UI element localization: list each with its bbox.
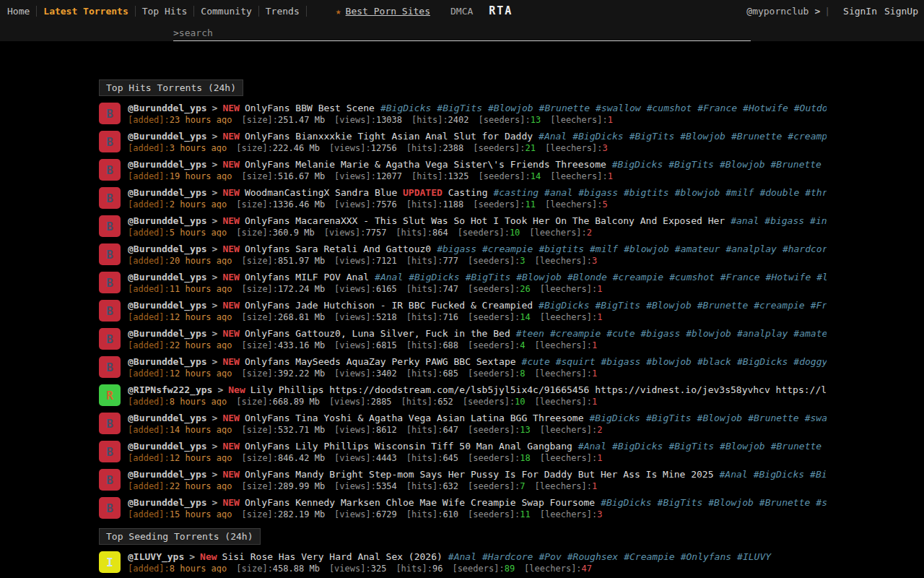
- tag-link[interactable]: #Blowjob: [680, 131, 725, 142]
- tag-link[interactable]: #BigTits: [646, 413, 692, 423]
- tag-link[interactable]: #BigTits: [596, 300, 641, 311]
- tag-link[interactable]: #squirt: [556, 356, 596, 367]
- tag-link[interactable]: #BigDicks: [601, 497, 651, 508]
- torrent-title[interactable]: OnlyFans Lily Phillips Wisconsin Tiff 50…: [245, 441, 572, 452]
- torrent-title[interactable]: OnlyFans Gattouz0, Luna Silver, Fuck in …: [245, 328, 510, 339]
- torrent-title[interactable]: Sisi Rose Has Very Hard Anal Sex (2026): [222, 551, 443, 562]
- torrent-user[interactable]: @Burunddel_yps: [128, 497, 207, 508]
- avatar[interactable]: B: [99, 328, 121, 350]
- tag-link[interactable]: #bigass: [764, 215, 804, 226]
- tag-link[interactable]: #Brunette: [748, 413, 798, 423]
- tag-link[interactable]: #bigass: [601, 356, 641, 367]
- tag-link[interactable]: #bigtits: [624, 187, 669, 198]
- tag-link[interactable]: #analplay: [725, 243, 776, 254]
- tag-link[interactable]: #France: [720, 272, 760, 282]
- torrent-title[interactable]: OnlyFans Jade Hutchison - IR BBC Fucked …: [245, 300, 533, 311]
- tag-link[interactable]: #hardcore: [783, 243, 827, 254]
- tag-link[interactable]: #milf: [725, 187, 754, 198]
- tag-link[interactable]: #Brunette: [697, 300, 748, 311]
- dmca-link[interactable]: DMCA: [450, 6, 473, 17]
- avatar[interactable]: R: [99, 384, 121, 406]
- avatar[interactable]: B: [99, 413, 121, 434]
- tag-link[interactable]: #France: [697, 103, 737, 113]
- tag-link[interactable]: #BigTits: [668, 441, 714, 452]
- tag-link[interactable]: #doggystyle: [793, 356, 827, 367]
- best-sites-link[interactable]: ★ Best Porn Sites: [336, 6, 430, 17]
- tag-link[interactable]: #swallow: [596, 103, 641, 113]
- tag-link[interactable]: #BigDicks: [409, 272, 459, 282]
- tag-link[interactable]: #BigDicks: [572, 131, 623, 142]
- torrent-user[interactable]: @Burunddel_yps: [128, 469, 207, 480]
- tag-link[interactable]: #Blowjob: [720, 159, 765, 170]
- tag-link[interactable]: #Creampie: [624, 551, 674, 562]
- tag-link[interactable]: #cute: [606, 328, 635, 339]
- tag-link[interactable]: #BigDicks: [612, 159, 663, 170]
- torrent-user[interactable]: @Burunddel_yps: [128, 413, 207, 423]
- tag-link[interactable]: #BigTits: [629, 131, 675, 142]
- tag-link[interactable]: #Pov: [539, 551, 561, 562]
- tag-link[interactable]: #Hotwife: [743, 103, 788, 113]
- tag-link[interactable]: #BigTits: [810, 469, 827, 480]
- tag-link[interactable]: #swallow: [805, 413, 827, 423]
- nav-item-home[interactable]: Home: [6, 6, 37, 17]
- nav-item-community[interactable]: Community: [194, 6, 258, 17]
- tag-link[interactable]: #anal: [731, 215, 759, 226]
- signin-link[interactable]: SignIn: [843, 6, 877, 17]
- avatar[interactable]: I: [99, 551, 121, 573]
- tag-link[interactable]: #lingeri…: [816, 272, 827, 282]
- torrent-title[interactable]: Lily Phillips https://doodstream.com/e/l…: [250, 384, 827, 395]
- nav-item-top-hits[interactable]: Top Hits: [136, 6, 195, 17]
- tag-link[interactable]: #BigDicks: [754, 469, 804, 480]
- tag-link[interactable]: #BigTits: [658, 497, 703, 508]
- tag-link[interactable]: #BigDicks: [590, 413, 640, 423]
- tag-link[interactable]: #Roughsex: [567, 551, 618, 562]
- torrent-user[interactable]: @Burunddel_yps: [128, 103, 207, 113]
- tag-link[interactable]: #blowjob: [686, 328, 731, 339]
- tag-link[interactable]: #Brunette: [731, 131, 782, 142]
- avatar[interactable]: B: [99, 497, 121, 519]
- tag-link[interactable]: #milf: [590, 243, 618, 254]
- tag-link[interactable]: #BigTits: [668, 159, 714, 170]
- avatar[interactable]: B: [99, 243, 121, 265]
- tag-link[interactable]: #blowjob: [624, 243, 669, 254]
- torrent-user[interactable]: @Burunddel_yps: [128, 131, 207, 142]
- best-sites-label[interactable]: Best Porn Sites: [346, 6, 430, 17]
- torrent-title[interactable]: OnlyFans Melanie Marie & Agatha Vega Sis…: [245, 159, 606, 170]
- search-input[interactable]: [179, 26, 751, 40]
- avatar[interactable]: B: [99, 441, 121, 462]
- avatar[interactable]: B: [99, 356, 121, 378]
- avatar[interactable]: B: [99, 272, 121, 293]
- tag-link[interactable]: #amateur: [675, 243, 720, 254]
- avatar[interactable]: B: [99, 103, 121, 124]
- tag-link[interactable]: #anal: [544, 187, 572, 198]
- tag-link[interactable]: #Anal: [720, 469, 748, 480]
- torrent-user[interactable]: @Burunddel_yps: [128, 159, 207, 170]
- tag-link[interactable]: #cumshot: [669, 272, 715, 282]
- tag-link[interactable]: #threesome…: [805, 187, 827, 198]
- tag-link[interactable]: #creampie: [550, 328, 601, 339]
- torrent-user[interactable]: @Burunddel_yps: [128, 215, 207, 226]
- avatar[interactable]: B: [99, 469, 121, 491]
- tag-link[interactable]: #Blonde: [567, 272, 607, 282]
- torrent-user[interactable]: @Burunddel_yps: [128, 300, 207, 311]
- torrent-title-highlight[interactable]: UPDATED: [403, 187, 443, 198]
- tag-link[interactable]: #Anal: [375, 272, 403, 282]
- torrent-user[interactable]: @Burunddel_yps: [128, 187, 207, 198]
- tag-link[interactable]: #BigTits: [466, 272, 511, 282]
- account-link[interactable]: @mypornclub: [746, 6, 808, 17]
- tag-link[interactable]: #France: [811, 300, 827, 311]
- torrent-user[interactable]: @RIPNsfw222_yps: [128, 384, 212, 395]
- tag-link[interactable]: #Brunette: [771, 159, 821, 170]
- avatar[interactable]: B: [99, 131, 121, 152]
- tag-link[interactable]: #BigDicks: [737, 356, 788, 367]
- signup-link[interactable]: SignUp: [884, 6, 918, 17]
- tag-link[interactable]: #Hardcore: [482, 551, 533, 562]
- tag-link[interactable]: #BigDicks: [539, 300, 589, 311]
- torrent-title[interactable]: Casting: [443, 187, 488, 198]
- tag-link[interactable]: #Blowjob: [488, 103, 533, 113]
- tag-link[interactable]: #black: [697, 356, 731, 367]
- tag-link[interactable]: #Blowjob: [720, 441, 765, 452]
- tag-link[interactable]: #bigass: [578, 187, 618, 198]
- tag-link[interactable]: #cute: [522, 356, 550, 367]
- tag-link[interactable]: #Brunette: [539, 103, 590, 113]
